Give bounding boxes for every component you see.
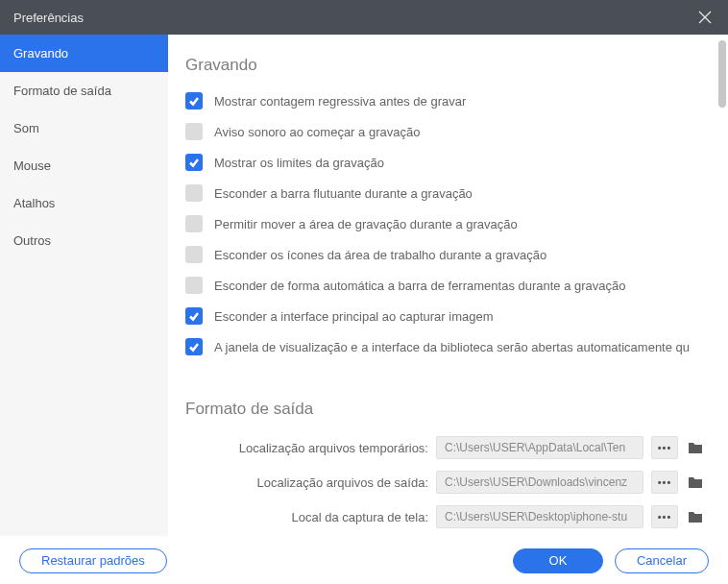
browse-button[interactable]: •••: [651, 436, 678, 459]
checkbox-row: Esconder a barra flutuante durante a gra…: [185, 184, 705, 202]
sidebar-item-gravando[interactable]: Gravando: [0, 35, 168, 72]
sidebar-item-som[interactable]: Som: [0, 110, 168, 147]
sidebar-item-label: Atalhos: [13, 196, 55, 210]
checkbox-row: Esconder os ícones da área de trabalho d…: [185, 246, 705, 263]
checkbox[interactable]: [185, 307, 203, 325]
sidebar-item-mouse[interactable]: Mouse: [0, 147, 168, 184]
checkbox[interactable]: [185, 277, 203, 294]
sidebar-item-label: Outros: [13, 233, 51, 248]
cancel-button[interactable]: Cancelar: [615, 548, 709, 573]
checkbox-label: Mostrar contagem regressiva antes de gra…: [214, 94, 466, 109]
checkbox-row: Mostrar os limites da gravação: [185, 154, 705, 171]
browse-button[interactable]: •••: [651, 505, 678, 528]
folder-icon: [688, 441, 703, 454]
path-row: Local da captura de tela:C:\Users\USER\D…: [185, 505, 705, 528]
path-input[interactable]: C:\Users\USER\Desktop\iphone-stu: [436, 505, 643, 528]
path-input[interactable]: C:\Users\USER\Downloads\vincenz: [436, 471, 643, 494]
button-label: Restaurar padrões: [41, 553, 145, 568]
sidebar-item-label: Mouse: [13, 158, 51, 173]
checkbox[interactable]: [185, 246, 203, 263]
checkbox-label: Mostrar os limites da gravação: [214, 156, 384, 170]
checkbox-row: A janela de visualização e a interface d…: [185, 338, 705, 355]
path-label: Local da captura de tela:: [185, 510, 428, 524]
ok-button[interactable]: OK: [513, 548, 603, 573]
button-label: OK: [549, 553, 568, 568]
path-label: Localização arquivos temporários:: [185, 441, 428, 455]
section-title-recording: Gravando: [185, 56, 705, 75]
checkbox-row: Esconder de forma automática a barra de …: [185, 277, 705, 294]
folder-icon: [688, 510, 703, 523]
titlebar: Preferências: [0, 0, 728, 35]
checkbox[interactable]: [185, 123, 203, 140]
checkbox-row: Permitir mover a área de gravação durant…: [185, 215, 705, 232]
close-button[interactable]: [695, 8, 715, 27]
checkbox-label: Esconder a barra flutuante durante a gra…: [214, 186, 473, 201]
section-title-output: Formato de saída: [185, 400, 705, 419]
checkbox-label: Esconder a interface principal ao captur…: [214, 309, 493, 324]
sidebar-item-outros[interactable]: Outros: [0, 222, 168, 259]
sidebar-item-formato[interactable]: Formato de saída: [0, 72, 168, 110]
check-icon: [188, 310, 200, 322]
footer: Restaurar padrões OK Cancelar: [0, 536, 728, 584]
checkbox-row: Esconder a interface principal ao captur…: [185, 307, 705, 325]
path-label: Localização arquivos de saída:: [185, 475, 428, 490]
restore-defaults-button[interactable]: Restaurar padrões: [19, 548, 167, 573]
checkbox[interactable]: [185, 338, 203, 355]
open-folder-button[interactable]: [686, 473, 705, 492]
open-folder-button[interactable]: [686, 438, 705, 457]
sidebar-item-label: Gravando: [13, 46, 68, 61]
sidebar-item-atalhos[interactable]: Atalhos: [0, 184, 168, 222]
window-title: Preferências: [13, 11, 84, 25]
checkbox-label: Esconder de forma automática a barra de …: [214, 279, 626, 293]
checkbox[interactable]: [185, 184, 203, 202]
check-icon: [188, 157, 200, 168]
scrollbar-thumb[interactable]: [718, 40, 726, 108]
checkbox[interactable]: [185, 92, 203, 110]
checkbox-label: Aviso sonoro ao começar a gravação: [214, 125, 420, 139]
browse-button[interactable]: •••: [651, 471, 678, 494]
checkbox[interactable]: [185, 215, 203, 232]
checkbox-label: Permitir mover a área de gravação durant…: [214, 217, 518, 231]
path-row: Localização arquivos temporários:C:\User…: [185, 436, 705, 459]
path-row: Localização arquivos de saída:C:\Users\U…: [185, 471, 705, 494]
sidebar-item-label: Formato de saída: [13, 84, 111, 98]
checkbox[interactable]: [185, 154, 203, 171]
open-folder-button[interactable]: [686, 507, 705, 526]
sidebar-item-label: Som: [13, 121, 39, 135]
button-label: Cancelar: [637, 553, 687, 568]
folder-icon: [688, 475, 703, 489]
check-icon: [188, 341, 200, 353]
check-icon: [188, 95, 200, 107]
close-icon: [698, 11, 712, 24]
content-area: Gravando Mostrar contagem regressiva ant…: [168, 35, 728, 536]
sidebar: Gravando Formato de saída Som Mouse Atal…: [0, 35, 168, 536]
checkbox-label: A janela de visualização e a interface d…: [214, 340, 690, 354]
checkbox-row: Mostrar contagem regressiva antes de gra…: [185, 92, 705, 110]
checkbox-label: Esconder os ícones da área de trabalho d…: [214, 248, 546, 262]
checkbox-row: Aviso sonoro ao começar a gravação: [185, 123, 705, 140]
path-input[interactable]: C:\Users\USER\AppData\Local\Ten: [436, 436, 643, 459]
